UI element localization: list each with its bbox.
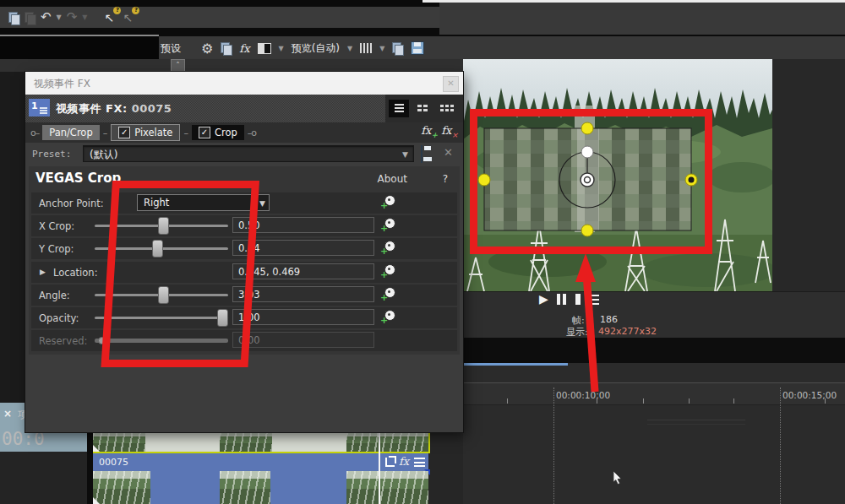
chain-link (103, 127, 108, 138)
fx-header-title: 视频事件 FX: 00075 (56, 101, 172, 117)
copy-frame-icon[interactable] (392, 42, 403, 54)
crop-chip[interactable]: Crop (192, 125, 244, 140)
timeline-ruler[interactable]: 00:00:10;00 00:00:15;00 (463, 382, 845, 405)
event-pan-crop-icon[interactable] (385, 458, 395, 469)
toolbar-right-blank (439, 3, 845, 35)
keyframe-toggle[interactable]: + (381, 218, 396, 233)
dialog-title: 视频事件 FX (34, 77, 90, 91)
loop-region-bar[interactable] (463, 363, 568, 366)
grid-line-10s (553, 387, 554, 504)
list-view-button[interactable] (389, 100, 409, 117)
overlays-grid-icon[interactable] (360, 43, 372, 53)
pixelate-checkbox[interactable] (118, 127, 130, 138)
undo-icon[interactable]: ↶ (41, 11, 52, 24)
preview-quality-label[interactable]: 预览(自动) (292, 41, 340, 56)
dock-close-icon[interactable]: × (3, 408, 12, 420)
large-grid-view-button[interactable] (438, 100, 458, 117)
chevron-down-icon[interactable] (259, 196, 265, 212)
param-label: Anchor Point: (39, 198, 104, 209)
whats-this-help-icon[interactable]: ↖? (123, 11, 136, 24)
copy-icon[interactable] (8, 12, 19, 24)
docked-window-titlebar (0, 35, 159, 59)
track-index-chip: 1 (29, 99, 50, 117)
plugin-name: VEGAS Crop (35, 171, 121, 186)
track-panel-separator[interactable] (87, 432, 93, 504)
pixelate-chip[interactable]: Pixelate (111, 124, 180, 141)
playhead-cursor[interactable] (379, 432, 380, 504)
track-divider-line (647, 424, 745, 425)
reserved-value: 0.00 (232, 332, 374, 348)
grid-line-15s (780, 387, 781, 504)
app-window: ↶ ▼ ↷ ▼ ↖? ↖? 预设 ⚙ fx ▼ 预览(自动) ▼ ▼ ˄ (0, 0, 845, 504)
grid-view-button[interactable] (413, 100, 433, 117)
annotation-rectangle-params (101, 181, 259, 367)
chain-input-node (30, 127, 39, 138)
plugin-chain-row: Pan/Crop Pixelate Crop (25, 122, 463, 143)
question-badge: ? (113, 7, 121, 14)
overlays-caret[interactable]: ▼ (379, 45, 384, 52)
fade-handle[interactable] (93, 445, 100, 452)
fade-handle[interactable] (93, 497, 100, 504)
preset-row: Preset: (默认) ✕ (25, 144, 463, 165)
undo-dropdown-caret[interactable]: ▼ (57, 14, 62, 21)
event-thumbnail (346, 432, 428, 452)
paste-icon[interactable] (25, 12, 35, 24)
ruler-label-15s: 00:00:15;00 (782, 390, 837, 400)
param-label: Y Crop: (39, 243, 74, 255)
chain-output-node (248, 127, 256, 138)
chain-link (183, 127, 188, 138)
help-link[interactable]: ? (443, 173, 448, 185)
save-preset-icon[interactable] (421, 146, 422, 162)
param-label: Reserved: (39, 335, 87, 347)
annotation-arrow (564, 250, 608, 395)
split-screen-view-icon[interactable] (258, 43, 271, 54)
dialog-close-button[interactable]: ✕ (443, 76, 459, 92)
preset-label: Preset: (32, 149, 71, 160)
event-menu-icon[interactable] (414, 458, 425, 467)
video-output-fx-icon[interactable]: fx (239, 42, 249, 55)
redo-dropdown-caret[interactable]: ▼ (82, 14, 87, 21)
param-label: Opacity: (39, 312, 79, 324)
keyframe-toggle[interactable]: + (381, 310, 396, 325)
param-label: Location: (53, 267, 98, 279)
play-button[interactable]: ▶ (539, 292, 548, 306)
expander-icon[interactable] (40, 268, 46, 276)
keyframe-toggle[interactable]: + (381, 241, 396, 256)
crop-checkbox[interactable] (199, 127, 210, 138)
view-mode-buttons (385, 95, 463, 122)
event-fx-icon[interactable]: fx (399, 455, 409, 468)
redo-icon[interactable]: ↷ (67, 11, 78, 24)
track-divider-line (647, 420, 745, 420)
panel-divider (463, 338, 845, 363)
event-thumbnail (220, 432, 272, 452)
preview-quality-caret[interactable]: ▼ (347, 45, 352, 52)
save-snapshot-icon[interactable] (411, 41, 424, 55)
remove-fx-button[interactable]: fx× (441, 124, 458, 139)
pan-crop-chip[interactable]: Pan/Crop (42, 125, 99, 140)
delete-preset-icon[interactable]: ✕ (444, 146, 453, 159)
about-link[interactable]: About (378, 173, 407, 185)
event-thumbnail (346, 471, 428, 504)
preset-dropdown[interactable]: (默认) (83, 145, 414, 162)
event-thumbnail (93, 471, 150, 504)
question-badge: ? (132, 7, 139, 14)
project-properties-icon[interactable]: ⚙ (201, 41, 213, 57)
event-label: 00075 (99, 457, 128, 468)
copy-snapshot-icon[interactable] (221, 42, 232, 54)
dialog-titlebar[interactable]: 视频事件 FX ✕ (25, 72, 463, 95)
keyframe-toggle[interactable]: + (381, 287, 396, 302)
keyframe-toggle[interactable]: + (381, 264, 396, 279)
split-screen-caret[interactable]: ▼ (279, 45, 284, 52)
track-header-overlay[interactable]: S! (0, 452, 87, 504)
toolbar-gap (0, 59, 463, 72)
scroll-up-button[interactable]: ˄ (171, 59, 185, 73)
left-dock-strip: × 项 00:0 (0, 72, 25, 403)
chevron-down-icon[interactable] (402, 146, 408, 163)
main-toolbar: ↶ ▼ ↷ ▼ ↖? ↖? (0, 7, 439, 28)
add-fx-button[interactable]: fx+ (421, 124, 438, 139)
interactive-tutorials-icon[interactable]: ↖? (104, 11, 117, 24)
opacity-value[interactable]: 1.00 (232, 309, 374, 325)
angle-value[interactable]: 3.03 (232, 286, 374, 302)
keyframe-toggle[interactable]: + (381, 195, 396, 210)
event-thumbnail (93, 432, 145, 452)
